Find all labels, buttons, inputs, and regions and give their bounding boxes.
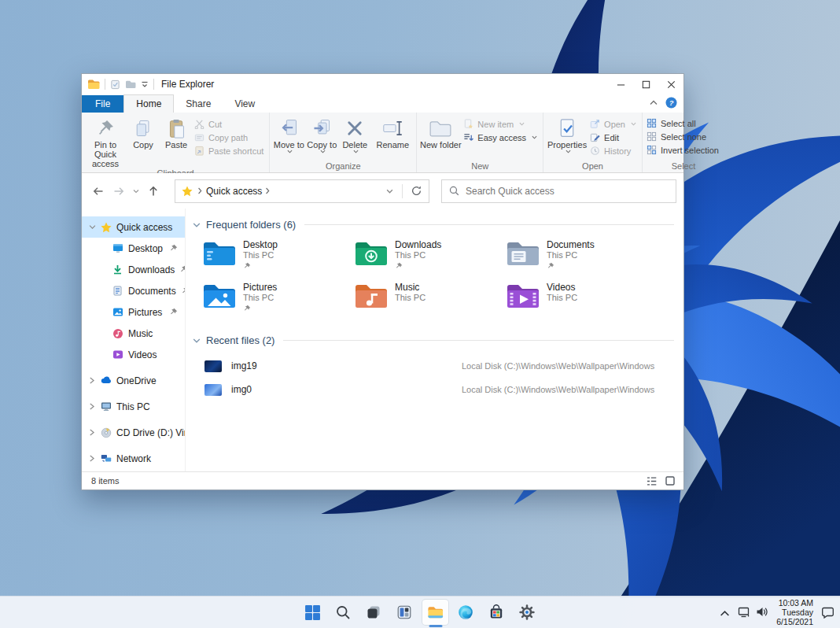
sidebar-item-videos[interactable]: Videos (82, 344, 185, 365)
sidebar-item-desktop[interactable]: Desktop (82, 238, 185, 259)
sidebar-item-pictures[interactable]: Pictures (82, 301, 185, 323)
caret-down-icon (566, 150, 571, 153)
breadcrumb-chevron-icon[interactable] (265, 187, 271, 194)
sidebar-item-music[interactable]: Music (82, 323, 185, 344)
task-view-button[interactable] (360, 599, 388, 626)
file-row-img0[interactable]: img0 Local Disk (C:)\Windows\Web\Wallpap… (186, 378, 683, 401)
sidebar-item-this-pc[interactable]: This PC (82, 396, 185, 417)
store-button[interactable] (483, 599, 510, 626)
paste-button[interactable]: Paste (160, 114, 193, 150)
qat-customize-icon[interactable] (141, 80, 149, 88)
copy-to-button[interactable]: Copy to (305, 114, 338, 153)
chevron-down-icon[interactable] (89, 223, 96, 231)
sidebar-item-downloads[interactable]: Downloads (82, 259, 185, 280)
folder-tile-videos[interactable]: VideosThis PC (506, 282, 658, 322)
details-view-button[interactable] (646, 475, 658, 487)
start-button[interactable] (299, 599, 326, 626)
search-box[interactable]: Search Quick access (441, 179, 676, 203)
up-icon (147, 185, 160, 198)
file-explorer-taskbar-button[interactable] (422, 599, 449, 626)
select-none-button[interactable]: Select none (647, 131, 719, 142)
image-thumbnail (204, 360, 222, 372)
open-button[interactable]: Open (590, 119, 636, 129)
pin-icon (243, 262, 251, 270)
tray-time: 10:03 AM (779, 598, 813, 608)
tab-view[interactable]: View (223, 95, 267, 113)
widgets-button[interactable] (391, 599, 418, 626)
tab-share[interactable]: Share (174, 95, 223, 113)
sidebar-item-documents[interactable]: Documents (82, 280, 185, 301)
select-none-icon (647, 131, 657, 142)
taskbar-search-button[interactable] (330, 599, 357, 626)
show-hidden-icons-button[interactable] (720, 606, 732, 619)
folder-tile-downloads[interactable]: DownloadsThis PC (354, 239, 506, 279)
minimize-button[interactable] (608, 74, 633, 94)
collapse-section-icon[interactable] (193, 337, 201, 345)
open-label: Open (604, 120, 625, 129)
up-button[interactable] (143, 181, 164, 201)
titlebar[interactable]: File Explorer (82, 74, 683, 94)
maximize-button[interactable] (633, 74, 658, 94)
properties-button[interactable]: Properties (546, 114, 588, 153)
open-group-label: Open (546, 161, 639, 172)
sidebar-item-cd-drive[interactable]: CD Drive (D:) Virtuall (82, 422, 185, 443)
copy-path-button[interactable]: Copy path (194, 132, 263, 142)
chevron-right-icon[interactable] (89, 429, 95, 436)
pin-icon (395, 262, 403, 270)
address-bar[interactable]: Quick access (175, 179, 429, 203)
quick-access-star-icon (182, 186, 193, 197)
pin-to-quick-access-button[interactable]: Pin to Quick access (84, 114, 127, 168)
qat-properties-icon[interactable] (110, 79, 120, 90)
forward-button[interactable] (109, 181, 129, 201)
edit-button[interactable]: Edit (590, 132, 636, 142)
recent-locations-button[interactable] (129, 181, 143, 201)
close-button[interactable] (658, 74, 683, 94)
easy-access-button[interactable]: Easy access (463, 132, 537, 142)
folder-tile-pictures[interactable]: PicturesThis PC (202, 282, 354, 322)
sidebar-item-network[interactable]: Network (82, 448, 185, 469)
cut-button[interactable]: Cut (194, 119, 263, 129)
copy-button[interactable]: Copy (127, 114, 160, 150)
file-row-img19[interactable]: img19 Local Disk (C:)\Windows\Web\Wallpa… (186, 354, 683, 378)
search-icon (449, 186, 459, 196)
rename-button[interactable]: Rename (371, 114, 414, 150)
delete-button[interactable]: Delete (338, 114, 371, 153)
folder-tile-desktop[interactable]: DesktopThis PC (202, 239, 354, 279)
tab-file[interactable]: File (82, 95, 123, 113)
qat-new-folder-icon[interactable] (125, 79, 136, 89)
back-button[interactable] (88, 181, 109, 201)
folder-tile-music[interactable]: MusicThis PC (354, 282, 506, 322)
breadcrumb-quick-access[interactable]: Quick access (206, 186, 262, 197)
recent-files-header[interactable]: Recent files (2) (186, 334, 674, 346)
move-to-button[interactable]: Move to (272, 114, 305, 153)
chevron-right-icon[interactable] (89, 377, 95, 384)
collapse-ribbon-icon[interactable] (650, 100, 658, 105)
collapse-section-icon[interactable] (193, 221, 201, 229)
help-icon[interactable]: ? (665, 97, 677, 109)
large-icons-view-button[interactable] (665, 475, 676, 487)
address-dropdown-icon[interactable] (386, 189, 393, 194)
chevron-right-icon[interactable] (89, 403, 95, 410)
clock[interactable]: 10:03 AM Tuesday 6/15/2021 (776, 598, 813, 626)
sidebar-item-quick-access[interactable]: Quick access (82, 216, 185, 238)
window-title: File Explorer (161, 79, 214, 90)
folder-tile-documents[interactable]: DocumentsThis PC (506, 239, 658, 279)
invert-selection-button[interactable]: Invert selection (647, 145, 719, 155)
refresh-icon[interactable] (411, 185, 422, 197)
edge-button[interactable] (452, 599, 480, 626)
network-tray-button[interactable] (738, 606, 750, 619)
tab-home[interactable]: Home (123, 94, 174, 113)
volume-tray-button[interactable] (756, 606, 768, 619)
history-button[interactable]: History (590, 146, 636, 156)
breadcrumb-chevron-icon[interactable] (197, 187, 203, 194)
paste-shortcut-button[interactable]: Paste shortcut (194, 146, 263, 156)
new-folder-button[interactable]: New folder (419, 114, 462, 150)
frequent-folders-header[interactable]: Frequent folders (6) (186, 219, 674, 231)
sidebar-item-onedrive[interactable]: OneDrive (82, 370, 185, 391)
notification-center-button[interactable] (821, 606, 835, 619)
new-item-button[interactable]: New item (463, 119, 537, 129)
select-all-button[interactable]: Select all (647, 118, 719, 128)
chevron-right-icon[interactable] (89, 455, 95, 462)
settings-button[interactable] (514, 599, 541, 626)
file-explorer-icon (427, 604, 444, 619)
